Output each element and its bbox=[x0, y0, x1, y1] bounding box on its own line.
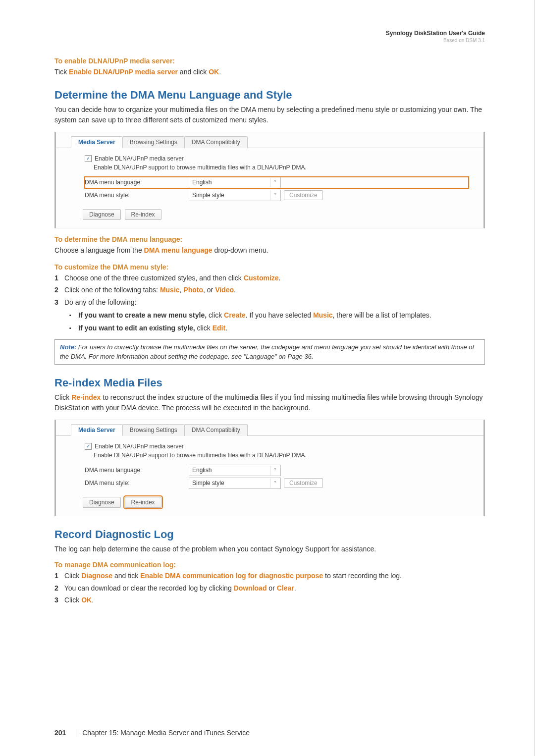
customize-button[interactable]: Customize bbox=[284, 190, 323, 200]
reindex-button[interactable]: Re-index bbox=[125, 209, 161, 220]
determine-line1: Choose a language from the DMA menu lang… bbox=[54, 245, 485, 255]
style-select[interactable]: Simple style ˅ bbox=[189, 478, 281, 489]
tab-dma-compatibility[interactable]: DMA Compatibility bbox=[184, 136, 248, 148]
determine-heading: Determine the DMA Menu Language and Styl… bbox=[54, 89, 485, 102]
style-value: Simple style bbox=[192, 192, 224, 199]
ui-panel-2: Media Server Browsing Settings DMA Compa… bbox=[54, 420, 485, 516]
tab-media-server[interactable]: Media Server bbox=[71, 136, 123, 148]
lang-select[interactable]: English ˅ bbox=[189, 177, 281, 188]
checkbox-label: Enable DLNA/UPnP media server bbox=[95, 443, 184, 450]
page-number: 201 bbox=[54, 729, 66, 737]
reindex-button-highlighted[interactable]: Re-index bbox=[125, 497, 161, 508]
tabs-row: Media Server Browsing Settings DMA Compa… bbox=[56, 132, 483, 148]
style-row: DMA menu style: Simple style ˅ Customize bbox=[85, 190, 469, 201]
customize-steps: 1 Choose one of the three customized sty… bbox=[54, 273, 485, 333]
tab-browsing-settings[interactable]: Browsing Settings bbox=[122, 424, 185, 436]
header-title: Synology DiskStation User's Guide bbox=[54, 30, 485, 37]
diag-heading: Record Diagnostic Log bbox=[54, 528, 485, 541]
chevron-down-icon[interactable]: ˅ bbox=[270, 466, 279, 475]
style-label: DMA menu style: bbox=[85, 192, 189, 199]
document-page: Synology DiskStation User's Guide Based … bbox=[0, 0, 535, 756]
diagnose-button[interactable]: Diagnose bbox=[83, 209, 121, 220]
enable-bold-link: Enable DLNA/UPnP media server bbox=[69, 68, 178, 76]
header-subtitle: Based on DSM 3.1 bbox=[54, 38, 485, 43]
checkbox-desc: Enable DLNA/UPnP support to browse multi… bbox=[94, 164, 469, 171]
customize-button[interactable]: Customize bbox=[284, 478, 323, 488]
diag-para: The log can help determine the cause of … bbox=[54, 544, 485, 554]
note-label: Note: bbox=[60, 343, 76, 351]
lang-row-highlighted: DMA menu language: English ˅ bbox=[85, 177, 469, 188]
note-box: Note: For users to correctly browse the … bbox=[54, 339, 485, 365]
lang-value: English bbox=[192, 179, 212, 186]
ok-bold: OK bbox=[209, 68, 219, 76]
chevron-down-icon[interactable]: ˅ bbox=[270, 178, 279, 187]
bottom-buttons-2: Diagnose Re-index bbox=[83, 497, 469, 508]
tab-browsing-settings[interactable]: Browsing Settings bbox=[122, 136, 185, 148]
determine-para: You can decide how to organize your mult… bbox=[54, 105, 485, 125]
checkbox-desc: Enable DLNA/UPnP support to browse multi… bbox=[94, 452, 469, 459]
bottom-buttons: Diagnose Re-index bbox=[83, 209, 469, 220]
lang-row: DMA menu language: English ˅ bbox=[85, 465, 469, 476]
enable-line: Tick Enable DLNA/UPnP media server and c… bbox=[54, 67, 485, 77]
page-footer: 201 Chapter 15: Manage Media Server and … bbox=[54, 729, 250, 737]
enable-subheading: To enable DLNA/UPnP media server: bbox=[54, 57, 485, 65]
checkbox-icon[interactable]: ✓ bbox=[85, 443, 92, 450]
tab-media-server[interactable]: Media Server bbox=[71, 424, 123, 436]
determine-sub2: To customize the DMA menu style: bbox=[54, 263, 485, 271]
sub-bullets: If you want to create a new menu style, … bbox=[69, 310, 485, 333]
chevron-down-icon[interactable]: ˅ bbox=[270, 191, 279, 200]
lang-label: DMA menu language: bbox=[85, 179, 189, 186]
style-row: DMA menu style: Simple style ˅ Customize bbox=[85, 478, 469, 489]
reindex-para: Click Re-index to reconstruct the index … bbox=[54, 392, 485, 413]
ui-panel-1: Media Server Browsing Settings DMA Compa… bbox=[54, 132, 485, 228]
lang-select[interactable]: English ˅ bbox=[189, 465, 281, 476]
checkbox-icon[interactable]: ✓ bbox=[85, 155, 92, 162]
tab-dma-compatibility[interactable]: DMA Compatibility bbox=[184, 424, 248, 436]
tabs-row-2: Media Server Browsing Settings DMA Compa… bbox=[56, 420, 483, 436]
page-header: Synology DiskStation User's Guide Based … bbox=[54, 30, 485, 43]
checkbox-label: Enable DLNA/UPnP media server bbox=[95, 155, 184, 162]
lang-label: DMA menu language: bbox=[85, 467, 189, 474]
style-value: Simple style bbox=[192, 480, 224, 486]
chapter-label: Chapter 15: Manage Media Server and iTun… bbox=[82, 729, 250, 737]
chevron-down-icon[interactable]: ˅ bbox=[270, 479, 279, 488]
reindex-heading: Re-index Media Files bbox=[54, 377, 485, 389]
enable-checkbox-row[interactable]: ✓ Enable DLNA/UPnP media server bbox=[85, 443, 469, 450]
lang-value: English bbox=[192, 467, 212, 474]
diag-steps: 1 Click Diagnose and tick Enable DMA com… bbox=[54, 571, 485, 605]
note-text: For users to correctly browse the multim… bbox=[60, 343, 474, 360]
diag-sub: To manage DMA communication log: bbox=[54, 561, 485, 569]
diagnose-button[interactable]: Diagnose bbox=[83, 497, 121, 508]
determine-sub1: To determine the DMA menu language: bbox=[54, 235, 485, 243]
enable-checkbox-row[interactable]: ✓ Enable DLNA/UPnP media server bbox=[85, 155, 469, 162]
style-label: DMA menu style: bbox=[85, 480, 189, 486]
style-select[interactable]: Simple style ˅ bbox=[189, 190, 281, 201]
